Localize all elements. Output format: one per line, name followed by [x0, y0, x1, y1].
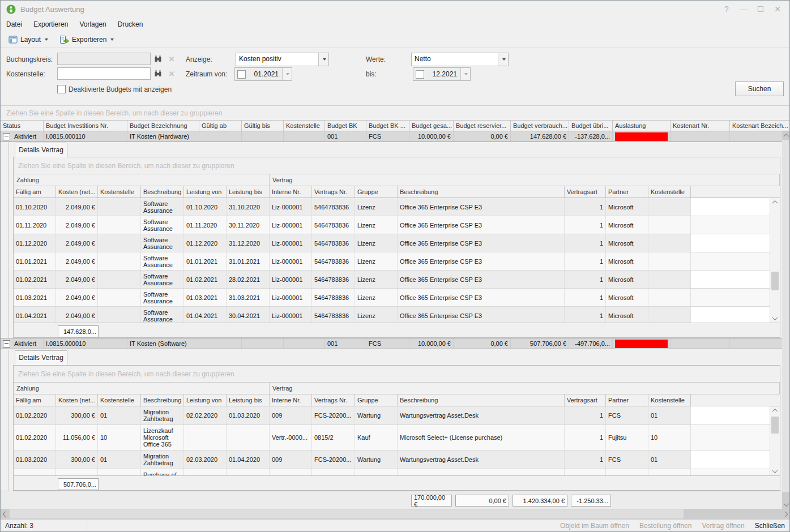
- master-row-1[interactable]: AktiviertI.0815.000110IT Kosten (Hardwar…: [1, 131, 789, 142]
- main-column-header[interactable]: Gültig ab: [199, 121, 242, 131]
- help-button[interactable]: ?: [718, 5, 735, 14]
- detail-column-header[interactable]: Vertragsart: [565, 186, 606, 198]
- bis-dropdown-button[interactable]: [460, 68, 470, 80]
- menu-item-vorlagen[interactable]: Vorlagen: [74, 18, 112, 31]
- detail-column-header[interactable]: Interne Nr.: [270, 394, 312, 406]
- bis-checkbox[interactable]: [416, 70, 424, 79]
- detail-row[interactable]: 01.11.20202.049,00 €Software Assurance01…: [14, 216, 780, 234]
- main-column-header[interactable]: Kostenstelle: [284, 121, 325, 131]
- band-zahlung[interactable]: Zahlung: [14, 174, 270, 186]
- detail-column-header[interactable]: Fällig am: [14, 186, 56, 198]
- band-zahlung[interactable]: Zahlung: [14, 383, 270, 394]
- detail-column-header[interactable]: Beschreibung: [398, 186, 565, 198]
- main-column-header[interactable]: Budget Investitions Nr.: [44, 121, 127, 131]
- scroll-right-icon[interactable]: [780, 509, 789, 519]
- band-vertrag[interactable]: Vertrag: [270, 383, 780, 394]
- scroll-up-icon[interactable]: [782, 131, 790, 140]
- main-vertical-scrollbar[interactable]: [782, 131, 790, 509]
- band-vertrag[interactable]: Vertrag: [270, 174, 780, 186]
- detail-vertical-scrollbar[interactable]: [770, 406, 780, 475]
- detail-tab-1[interactable]: Details Vertrag: [15, 143, 67, 157]
- anzeige-dropdown-button[interactable]: [318, 53, 328, 66]
- zeitraum-von-checkbox[interactable]: [237, 70, 246, 79]
- detail-column-header[interactable]: Leistung von: [184, 394, 227, 406]
- detail-row[interactable]: 01.03.2020300,00 €01Migration Zahlbetrag…: [14, 451, 780, 469]
- minimize-button[interactable]: —: [735, 5, 752, 14]
- detail-row[interactable]: 01.01.20212.049,00 €Software Assurance01…: [14, 252, 780, 271]
- master-row-2[interactable]: AktiviertI.0815.000010IT Kosten (Softwar…: [1, 338, 789, 349]
- statusbar-action-bestellung-öffnen[interactable]: Bestellung öffnen: [639, 522, 692, 530]
- scroll-left-icon[interactable]: [1, 509, 10, 519]
- menu-item-datei[interactable]: Datei: [1, 18, 28, 31]
- detail-column-header[interactable]: Kostenstelle: [98, 394, 141, 406]
- scroll-down-icon[interactable]: [782, 500, 790, 509]
- buchungskreis-search-icon[interactable]: [152, 53, 164, 65]
- scroll-up-icon[interactable]: [770, 406, 780, 415]
- buchungskreis-input[interactable]: [57, 53, 151, 65]
- main-column-header[interactable]: Budget gesa...: [409, 121, 454, 131]
- scrollbar-thumb[interactable]: [10, 509, 684, 518]
- statusbar-action-objekt-im-baum-öffnen[interactable]: Objekt im Baum öffnen: [560, 522, 629, 530]
- detail-column-header[interactable]: Gruppe: [355, 394, 398, 406]
- main-column-header[interactable]: Budget Bezeichnung: [127, 121, 199, 131]
- detail-column-header[interactable]: Partner: [606, 394, 648, 406]
- main-horizontal-scrollbar[interactable]: [1, 509, 789, 519]
- search-button[interactable]: Suchen: [735, 81, 784, 96]
- main-column-header[interactable]: Budget BK: [325, 121, 366, 131]
- scroll-up-icon[interactable]: [770, 198, 780, 207]
- detail-column-header[interactable]: Beschreibung: [398, 394, 565, 406]
- detail-column-header[interactable]: Vertrags Nr.: [312, 394, 355, 406]
- layout-button[interactable]: Layout: [5, 33, 52, 46]
- kostenstelle-search-icon[interactable]: [152, 68, 164, 79]
- main-column-header[interactable]: Gültig bis: [242, 121, 284, 131]
- close-button[interactable]: ✕: [769, 5, 786, 14]
- detail-column-header[interactable]: Leistung bis: [227, 186, 270, 198]
- detail-row[interactable]: 01.04.20212.049,00 €Software Assurance01…: [14, 307, 780, 323]
- detail-column-header[interactable]: Partner: [606, 186, 648, 198]
- buchungskreis-clear-icon[interactable]: ✕: [166, 53, 177, 65]
- detail-row[interactable]: 01.02.202011.056,00 €10Lizenzkauf Micros…: [14, 425, 780, 451]
- main-column-header[interactable]: Budget reservier...: [454, 121, 511, 131]
- detail-row[interactable]: 01.12.20202.049,00 €Software Assurance01…: [14, 234, 780, 252]
- werte-dropdown[interactable]: Netto: [411, 53, 509, 66]
- detail-column-header[interactable]: Gruppe: [355, 186, 398, 198]
- detail-row[interactable]: 01.03.20212.049,00 €Software Assurance01…: [14, 289, 780, 307]
- main-column-header[interactable]: Kostenart Nr.: [671, 121, 730, 131]
- collapse-row-button[interactable]: [3, 133, 10, 140]
- zeitraum-von-dropdown-button[interactable]: [282, 68, 292, 80]
- anzeige-dropdown[interactable]: Kosten positiv: [236, 53, 329, 66]
- detail-vertical-scrollbar[interactable]: [770, 198, 780, 323]
- detail-column-header[interactable]: Kostenstelle: [648, 186, 691, 198]
- menu-item-drucken[interactable]: Drucken: [112, 18, 149, 31]
- detail-row[interactable]: 01.02.20212.049,00 €Software Assurance01…: [14, 271, 780, 289]
- detail-column-header[interactable]: Kosten (net...: [56, 186, 98, 198]
- menu-item-exportieren[interactable]: Exportieren: [28, 18, 74, 31]
- zeitraum-von-field[interactable]: 01.2021: [234, 67, 292, 81]
- detail-column-header[interactable]: Leistung bis: [227, 394, 270, 406]
- main-column-header[interactable]: Status: [1, 121, 44, 131]
- detail-column-header[interactable]: Vertragsart: [565, 394, 606, 406]
- detail-column-header[interactable]: Kostenstelle: [98, 186, 141, 198]
- werte-dropdown-button[interactable]: [498, 53, 508, 66]
- detail-column-header[interactable]: Kosten (net...: [56, 394, 98, 406]
- scroll-down-icon[interactable]: [770, 314, 780, 323]
- statusbar-action-schließen[interactable]: Schließen: [755, 522, 785, 530]
- collapse-row-button[interactable]: [3, 340, 10, 347]
- statusbar-action-vertrag-öffnen[interactable]: Vertrag öffnen: [702, 522, 744, 530]
- main-column-header[interactable]: Budget übri...: [569, 121, 613, 131]
- main-column-header[interactable]: Budget verbrauch...: [511, 121, 569, 131]
- detail-column-header[interactable]: Beschreibung: [141, 394, 184, 406]
- maximize-button[interactable]: ☐: [752, 5, 769, 14]
- detail-row[interactable]: 01.02.2020300,00 €01Migration Zahlbetrag…: [14, 406, 780, 425]
- bis-field[interactable]: 12.2021: [413, 67, 471, 81]
- show-deactivated-checkbox[interactable]: [57, 85, 66, 93]
- kostenstelle-input[interactable]: [57, 67, 151, 80]
- detail-column-header[interactable]: Interne Nr.: [270, 186, 312, 198]
- export-button[interactable]: Exportieren: [56, 33, 117, 46]
- detail-column-header[interactable]: Leistung von: [184, 186, 227, 198]
- kostenstelle-clear-icon[interactable]: ✕: [166, 68, 177, 79]
- detail-column-header[interactable]: Fällig am: [14, 394, 56, 406]
- scrollbar-thumb[interactable]: [771, 417, 779, 434]
- main-column-header[interactable]: Auslastung: [613, 121, 671, 131]
- scroll-down-icon[interactable]: [770, 467, 780, 475]
